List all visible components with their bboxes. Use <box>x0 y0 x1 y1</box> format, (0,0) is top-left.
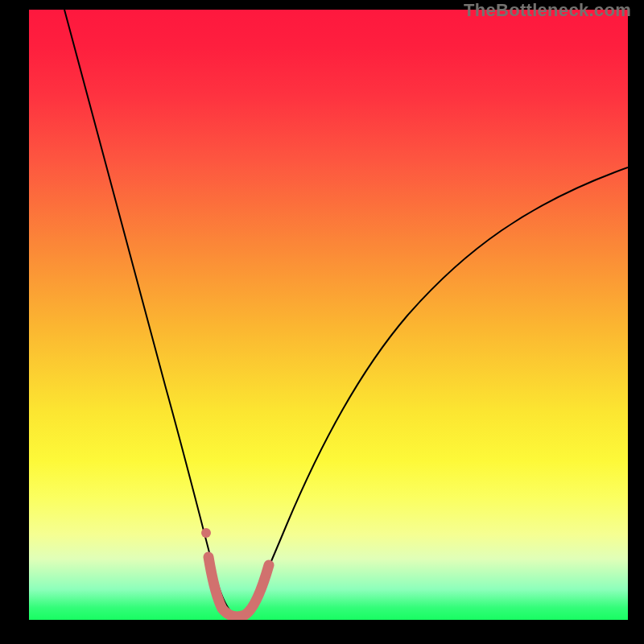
curve-layer <box>29 10 628 620</box>
bottleneck-curve <box>64 10 628 615</box>
plot-area <box>29 10 628 620</box>
highlight-band <box>208 557 269 617</box>
highlight-dot <box>201 528 211 538</box>
watermark-text: TheBottleneck.com <box>464 0 631 21</box>
chart-frame: TheBottleneck.com <box>0 0 644 644</box>
